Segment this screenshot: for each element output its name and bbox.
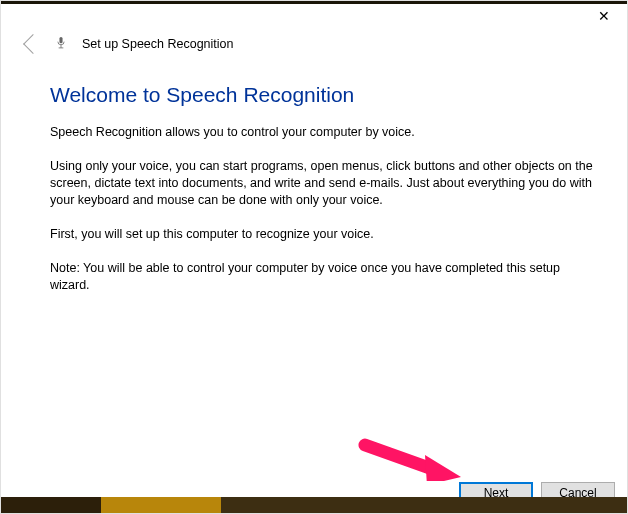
microphone-icon — [54, 37, 68, 51]
back-arrow-icon — [23, 34, 43, 54]
wizard-content: Welcome to Speech Recognition Speech Rec… — [50, 83, 599, 311]
content-paragraph: First, you will set up this computer to … — [50, 226, 599, 243]
back-button — [22, 35, 40, 53]
svg-rect-6 — [101, 497, 221, 513]
content-paragraph: Note: You will be able to control your c… — [50, 260, 599, 294]
svg-rect-5 — [1, 497, 101, 513]
svg-rect-0 — [59, 37, 62, 43]
svg-rect-7 — [221, 497, 628, 513]
content-paragraph: Speech Recognition allows you to control… — [50, 124, 599, 141]
svg-marker-3 — [425, 455, 461, 481]
desktop-strip-bottom — [1, 497, 628, 513]
content-paragraph: Using only your voice, you can start pro… — [50, 158, 599, 209]
desktop-strip-top — [1, 1, 628, 17]
wizard-title: Set up Speech Recognition — [82, 37, 234, 51]
annotation-arrow-icon — [357, 437, 461, 481]
content-heading: Welcome to Speech Recognition — [50, 83, 599, 107]
svg-rect-4 — [1, 1, 628, 4]
